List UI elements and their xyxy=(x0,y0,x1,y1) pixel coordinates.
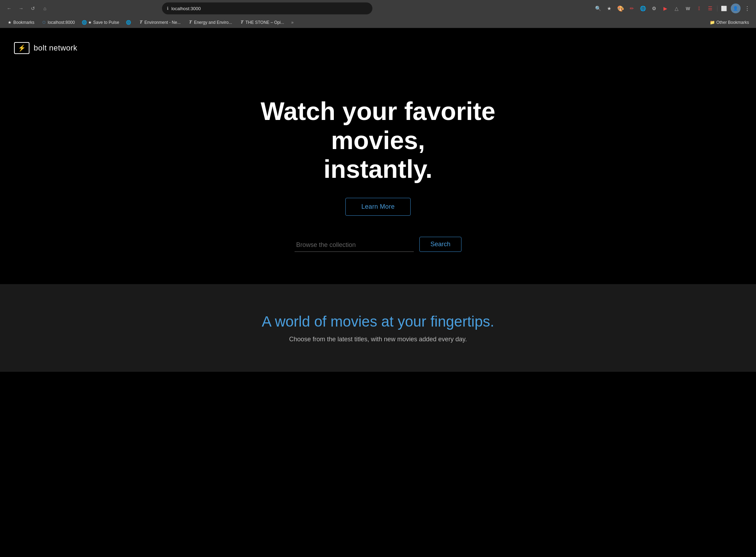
hero-title-line2: instantly. xyxy=(324,155,433,183)
nyt-globe-icon: 🌐 xyxy=(126,20,131,25)
nyt-icon-3: 𝕋 xyxy=(239,20,244,25)
profile-icon[interactable]: 👤 xyxy=(731,4,741,13)
bookmark-stone-label: THE STONE – Opi... xyxy=(245,20,284,25)
search-button[interactable]: Search xyxy=(419,237,461,252)
more-bookmarks-arrow[interactable]: » xyxy=(291,20,293,25)
home-button[interactable]: ⌂ xyxy=(40,4,50,13)
features-subtitle: Choose from the latest titles, with new … xyxy=(289,336,467,343)
bookmark-localhost-label: localhost:8000 xyxy=(48,20,75,25)
back-button[interactable]: ← xyxy=(4,4,14,13)
acrobat-icon[interactable]: ✏ xyxy=(627,4,636,13)
bookmarks-label: Bookmarks xyxy=(13,20,34,25)
gear-icon[interactable]: ⚙ xyxy=(650,4,659,13)
youtube-icon[interactable]: ▶ xyxy=(661,4,670,13)
browser-toolbar: ← → ↺ ⌂ ℹ localhost:3000 🔍 ★ 🎨 ✏ 🌐 ⚙ ▶ △… xyxy=(0,0,756,17)
star-icon: ★ xyxy=(7,20,12,25)
nyt-icon-2: 𝕋 xyxy=(188,20,193,25)
bookmark-save-pulse[interactable]: 🌐 ★ Save to Pulse xyxy=(79,19,122,26)
folder-icon: 📁 xyxy=(710,20,715,25)
url-display: localhost:3000 xyxy=(171,6,367,11)
bookmark-pulse-label: ★ Save to Pulse xyxy=(88,20,119,25)
logo-text: bolt network xyxy=(34,43,77,53)
rss-icon[interactable]: ☰ xyxy=(706,4,715,13)
instagram-icon[interactable]: 𝕀 xyxy=(695,4,704,13)
features-title: A world of movies at your fingertips. xyxy=(262,313,494,330)
bookmark-energy[interactable]: 𝕋 Energy and Enviro... xyxy=(185,19,235,26)
other-bookmarks[interactable]: 📁 Other Bookmarks xyxy=(707,19,752,26)
bolt-icon: ⚡ xyxy=(18,44,26,52)
bookmark-localhost8000[interactable]: ⬡ localhost:8000 xyxy=(39,19,77,26)
forward-button[interactable]: → xyxy=(16,4,26,13)
hero-title-line1: Watch your favorite movies, xyxy=(261,97,495,154)
hero-content: Watch your favorite movies, instantly. L… xyxy=(220,65,536,263)
w-icon[interactable]: W xyxy=(683,4,693,13)
bookmark-environment[interactable]: 𝕋 Environment - Ne... xyxy=(135,19,183,26)
search-input[interactable] xyxy=(295,239,414,252)
other-bookmarks-label: Other Bookmarks xyxy=(716,20,749,25)
hero-title: Watch your favorite movies, instantly. xyxy=(220,97,536,184)
hero-section: ⚡ bolt network Watch your favorite movie… xyxy=(0,28,756,284)
bookmark-environment-label: Environment - Ne... xyxy=(144,20,181,25)
extensions-icon[interactable]: ⬜ xyxy=(720,4,729,13)
pulse-globe-icon: 🌐 xyxy=(82,20,87,25)
menu-icon[interactable]: ⋮ xyxy=(743,4,752,13)
address-bar[interactable]: ℹ localhost:3000 xyxy=(162,2,372,14)
search-section: Search xyxy=(295,237,461,252)
bookmark-energy-label: Energy and Enviro... xyxy=(194,20,232,25)
bookmark-stone[interactable]: 𝕋 THE STONE – Opi... xyxy=(236,19,287,26)
bookmark-nyt-globe[interactable]: 🌐 xyxy=(123,19,134,26)
logo: ⚡ bolt network xyxy=(14,42,77,54)
bookmarks-bar: ★ Bookmarks ⬡ localhost:8000 🌐 ★ Save to… xyxy=(0,17,756,28)
features-section: A world of movies at your fingertips. Ch… xyxy=(0,284,756,372)
search-icon[interactable]: 🔍 xyxy=(594,4,603,13)
security-icon: ℹ xyxy=(167,6,169,11)
refresh-button[interactable]: ↺ xyxy=(28,4,38,13)
color-wheel-icon[interactable]: 🎨 xyxy=(616,4,625,13)
browser-toolbar-icons: 🔍 ★ 🎨 ✏ 🌐 ⚙ ▶ △ W 𝕀 ☰ ⬜ 👤 ⋮ xyxy=(594,4,752,13)
navbar: ⚡ bolt network xyxy=(14,39,742,58)
globe-icon[interactable]: 🌐 xyxy=(639,4,648,13)
drive-icon[interactable]: △ xyxy=(672,4,681,13)
nav-buttons: ← → ↺ ⌂ xyxy=(4,4,50,13)
bookmark-star-icon[interactable]: ★ xyxy=(605,4,614,13)
localhost-icon: ⬡ xyxy=(41,20,46,25)
learn-more-button[interactable]: Learn More xyxy=(345,198,410,216)
separator xyxy=(717,5,717,12)
browser-chrome: ← → ↺ ⌂ ℹ localhost:3000 🔍 ★ 🎨 ✏ 🌐 ⚙ ▶ △… xyxy=(0,0,756,28)
bookmarks-menu[interactable]: ★ Bookmarks xyxy=(4,19,37,26)
logo-icon: ⚡ xyxy=(14,42,29,54)
nyt-icon-1: 𝕋 xyxy=(138,20,143,25)
